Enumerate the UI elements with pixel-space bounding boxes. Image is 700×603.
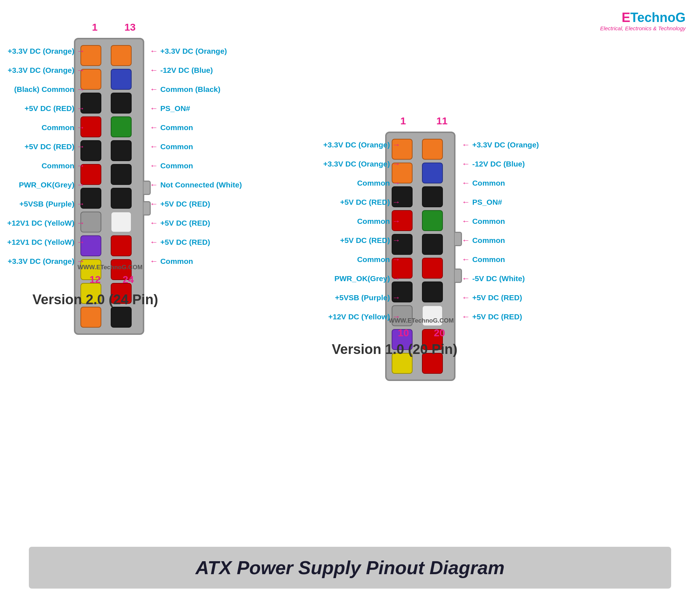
pin — [111, 93, 132, 114]
v20-right-label: ← Common — [462, 235, 505, 245]
pin — [111, 116, 132, 137]
v20-left-label: +12V DC (Yellow) → — [328, 312, 400, 322]
v24-num-bot-right: 24 — [123, 274, 134, 285]
logo-technog: TechnoG — [630, 10, 686, 25]
v24-right-label: ← +5V DC (RED) — [150, 237, 210, 247]
pin — [422, 139, 443, 160]
v20-left-label: +3.3V DC (Orange) → — [323, 140, 400, 150]
v20-version: Version 1.0 (20 Pin) — [332, 342, 457, 357]
v24-num-bot-left: 12 — [89, 274, 101, 285]
bottom-banner: ATX Power Supply Pinout Diagram — [29, 547, 671, 589]
v20-left-label: +5V DC (RED) → — [340, 235, 400, 245]
pin — [422, 210, 443, 231]
v20-right-label: ← Common — [462, 178, 505, 188]
v20-left-label: Common → — [357, 254, 400, 264]
v24-left-label: +3.3V DC (Orange) → — [8, 65, 85, 75]
v24-left-label: Common → — [41, 123, 85, 132]
logo-sub: Electrical, Electronics & Technology — [600, 25, 686, 31]
pin — [111, 307, 132, 328]
v24-num-top-right: 13 — [124, 22, 136, 33]
v24-left-label: PWR_OK(Grey) → — [19, 180, 85, 190]
v20-left-label: Common → — [357, 178, 400, 188]
v24-left-label: +3.3V DC (Orange) → — [8, 256, 85, 266]
v24-right-label: ← Common — [150, 123, 193, 132]
pin — [422, 186, 443, 207]
pin — [111, 45, 132, 66]
v20-left-label: PWR_OK(Grey) → — [334, 274, 400, 283]
v24-right-label: ← -12V DC (Blue) — [150, 65, 213, 75]
pin — [111, 140, 132, 161]
v24-right-label: ← Not Connected (White) — [150, 180, 242, 190]
v20-right-label: ← Common — [462, 216, 505, 226]
bottom-banner-text: ATX Power Supply Pinout Diagram — [29, 557, 671, 578]
v24-left-label: +3.3V DC (Orange) → — [8, 46, 85, 56]
v24-left-label: Common → — [41, 161, 85, 170]
v24-watermark: WWW.ETechnoG.COM — [78, 264, 142, 271]
v24-left-label: +12V1 DC (YelloW) → — [7, 237, 85, 247]
pin — [422, 163, 443, 183]
v20-left-label: +5VSB (Purple) → — [335, 293, 400, 302]
logo: ETechnoG Electrical, Electronics & Techn… — [600, 10, 686, 31]
v24-right-label: ← PS_ON# — [150, 103, 190, 113]
pin — [422, 281, 443, 302]
v24-left-label: (Black) Common → — [14, 84, 85, 94]
v24-num-top-left: 1 — [92, 22, 98, 33]
v20-left-label: +3.3V DC (Orange) → — [323, 159, 400, 169]
v24-left-label: +12V1 DC (YelloW) → — [7, 218, 85, 228]
v24-right-label: ← +3.3V DC (Orange) — [150, 46, 227, 56]
v20-right-label: ← -5V DC (White) — [462, 274, 525, 283]
v24-right-label: ← +5V DC (RED) — [150, 218, 210, 228]
v20-left-label: +5V DC (RED) → — [340, 197, 400, 207]
v24-right-label: ← Common (Black) — [150, 84, 220, 94]
pin — [111, 188, 132, 209]
v20-right-label: ← +5V DC (RED) — [462, 312, 522, 322]
pin — [80, 307, 101, 328]
v24-right-label: ← Common — [150, 142, 193, 151]
v24-left-label: +5V DC (RED) → — [25, 103, 85, 113]
v24-right-label: ← +5V DC (RED) — [150, 199, 210, 209]
pin — [422, 234, 443, 255]
v24-right-label: ← Common — [150, 161, 193, 170]
v24-version: Version 2.0 (24 Pin) — [32, 292, 158, 307]
v20-right-label: ← +5V DC (RED) — [462, 293, 522, 302]
v24-left-label: +5V DC (RED) → — [25, 142, 85, 151]
pin — [111, 235, 132, 256]
v24-left-label: +5VSB (Purple) → — [19, 199, 85, 209]
v20-right-label: ← PS_ON# — [462, 197, 502, 207]
v20-right-label: ← +3.3V DC (Orange) — [462, 140, 539, 150]
v20-num-bot-right: 20 — [434, 327, 445, 339]
v20-num-bot-left: 10 — [398, 327, 409, 339]
pin — [111, 212, 132, 232]
v20-num-top-left: 1 — [400, 115, 406, 127]
pin — [111, 69, 132, 90]
logo-e: E — [622, 10, 630, 25]
v20-right-label: ← -12V DC (Blue) — [462, 159, 525, 169]
v20-left-label: Common → — [357, 216, 400, 226]
v20-right-label: ← Common — [462, 254, 505, 264]
pin — [111, 164, 132, 185]
v24-right-label: ← Common — [150, 256, 193, 266]
v20-num-top-right: 11 — [436, 115, 448, 127]
pin — [422, 258, 443, 279]
